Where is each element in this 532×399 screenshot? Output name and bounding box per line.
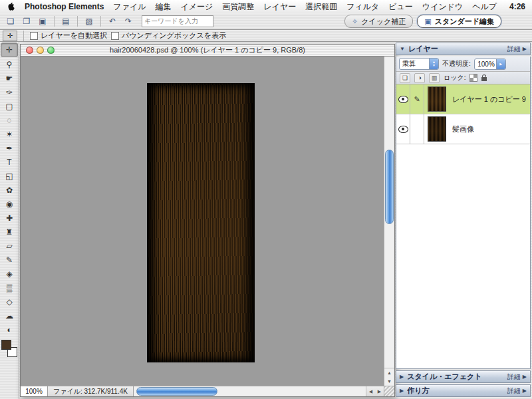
tool-hand[interactable]: ☛ — [1, 72, 17, 85]
tool-shape[interactable]: ◇ — [1, 295, 17, 309]
tool-healing-brush[interactable]: ✚ — [1, 211, 17, 225]
tool-zoom[interactable]: ⚲ — [1, 58, 17, 71]
opacity-stepper-icon[interactable]: ▶ — [496, 59, 505, 69]
window-resize-grip[interactable] — [384, 386, 394, 396]
scroll-left-arrow[interactable]: ◀ — [366, 386, 375, 396]
lock-transparency-button[interactable] — [469, 74, 477, 82]
auto-select-layer-checkbox[interactable]: レイヤーを自動選択 — [30, 31, 107, 41]
tool-paint-bucket[interactable]: ◈ — [1, 267, 17, 281]
visibility-cell[interactable] — [396, 84, 410, 114]
canvas-area[interactable]: ▲ ▼ — [21, 57, 394, 386]
app-menu[interactable]: Photoshop Elements — [25, 2, 104, 11]
minimize-button[interactable] — [37, 47, 44, 54]
document-title-bar[interactable]: hair20060428.psd @ 100% (レイヤー 1 のコピー 9, … — [21, 45, 394, 57]
vertical-scrollbar[interactable]: ▲ ▼ — [384, 57, 394, 386]
tool-cookie-cutter[interactable]: ✿ — [1, 184, 17, 197]
vertical-scrollbar-thumb[interactable] — [385, 150, 394, 224]
tool-sponge[interactable]: ◐ — [1, 323, 17, 336]
menu-filter[interactable]: フィルタ — [346, 1, 379, 13]
print-icon[interactable]: ▤ — [59, 15, 72, 27]
menu-edit[interactable]: 編集 — [155, 1, 171, 13]
scroll-up-arrow[interactable]: ▲ — [384, 368, 394, 377]
delete-layer-button[interactable]: ▥ — [429, 73, 440, 83]
hair-image-canvas[interactable] — [147, 83, 255, 362]
new-file-icon[interactable]: ❏ — [4, 15, 17, 27]
horizontal-scrollbar[interactable] — [134, 386, 366, 396]
tool-crop[interactable]: ◱ — [1, 170, 17, 183]
tool-eraser[interactable]: ▱ — [1, 239, 17, 253]
quick-fix-button[interactable]: ✧ クイック補正 — [344, 15, 413, 28]
tool-gradient[interactable]: ▒ — [1, 281, 17, 295]
tool-lasso[interactable]: ◌ — [1, 114, 17, 127]
adjustment-layer-button[interactable]: ◑ — [414, 73, 425, 83]
tool-magic-wand[interactable]: ✶ — [1, 128, 17, 141]
scroll-down-arrow[interactable]: ▼ — [384, 377, 394, 386]
photo-browser-icon[interactable]: ▧ — [82, 15, 96, 27]
tool-clone-stamp[interactable]: ♜ — [1, 225, 17, 239]
foreground-color-swatch[interactable] — [1, 340, 11, 350]
layer-name[interactable]: 髪画像 — [450, 114, 474, 144]
how-to-palette-header[interactable]: ▶ 作り方 詳細 ▶ — [396, 384, 531, 397]
horizontal-scrollbar-thumb[interactable] — [136, 387, 217, 396]
menu-select[interactable]: 選択範囲 — [305, 1, 337, 13]
keyword-search-input[interactable] — [142, 15, 213, 27]
layers-more-button[interactable]: 詳細 ▶ — [507, 45, 527, 54]
tool-move[interactable]: ✛ — [1, 43, 18, 57]
menu-layer[interactable]: レイヤー — [263, 1, 296, 13]
tool-red-eye[interactable]: ◉ — [1, 198, 17, 211]
blend-mode-select[interactable]: 乗算 ▲▼ — [399, 58, 439, 70]
show-bounding-box-checkbox[interactable]: バウンディングボックスを表示 — [111, 31, 226, 41]
horizontal-scroll-arrows: ◀ ▶ — [366, 386, 384, 396]
close-button[interactable] — [26, 47, 33, 54]
save-icon[interactable]: ▣ — [36, 15, 49, 27]
show-bounding-box-label: バウンディングボックスを表示 — [122, 31, 226, 41]
layers-palette-header[interactable]: ▼ レイヤー 詳細 ▶ — [396, 43, 531, 55]
menubar-clock[interactable]: 4:26 — [509, 2, 525, 11]
menu-enhance[interactable]: 画質調整 — [222, 1, 254, 13]
color-swatches — [1, 340, 17, 357]
styles-effects-palette-header[interactable]: ▶ スタイル・エフェクト 詳細 ▶ — [396, 370, 531, 383]
visibility-cell[interactable] — [396, 114, 410, 144]
disclosure-triangle-icon[interactable]: ▶ — [400, 374, 404, 380]
apple-menu-icon[interactable] — [7, 2, 15, 11]
current-tool-icon: ✛ — [3, 31, 17, 41]
menu-window[interactable]: ウインドウ — [422, 1, 463, 13]
tool-marquee[interactable]: ▢ — [1, 100, 17, 113]
layer-row-hair[interactable]: 髪画像 — [396, 114, 530, 144]
menu-view[interactable]: ビュー — [388, 1, 413, 13]
menu-image[interactable]: イメージ — [180, 1, 213, 13]
opacity-field[interactable]: 100% ▶ — [474, 59, 506, 70]
eye-icon[interactable] — [398, 126, 408, 133]
layer-row-copy9[interactable]: ✎ レイヤー 1 のコピー 9 — [396, 84, 530, 114]
layer-thumbnail[interactable] — [428, 116, 446, 142]
checkbox-box[interactable] — [30, 32, 38, 40]
menu-help[interactable]: ヘルプ — [472, 1, 497, 13]
tool-brush[interactable]: ✎ — [1, 253, 17, 267]
undo-icon[interactable]: ↶ — [106, 15, 119, 27]
layer-name[interactable]: レイヤー 1 のコピー 9 — [450, 84, 526, 114]
file-size-info: ファイル: 312.7K/911.4K — [48, 386, 134, 396]
disclosure-triangle-icon[interactable]: ▼ — [400, 46, 405, 52]
zoom-window-button[interactable] — [47, 47, 55, 54]
tool-blur[interactable]: ☁ — [1, 309, 17, 323]
menu-file[interactable]: ファイル — [113, 1, 146, 13]
how-to-more-button[interactable]: 詳細 ▶ — [507, 386, 527, 396]
shortcuts-bar: ❏ ❐ ▣ ▤ ▧ ↶ ↷ ✧ クイック補正 ▣ スタンダード編集 — [0, 13, 532, 30]
tool-selection-brush[interactable]: ✒ — [1, 142, 17, 155]
tool-eyedropper[interactable]: ✑ — [1, 86, 17, 99]
layer-thumbnail[interactable] — [428, 86, 446, 112]
zoom-level-field[interactable]: 100% — [21, 386, 48, 396]
more-arrow-icon: ▶ — [523, 388, 527, 394]
new-layer-button[interactable]: ❏ — [400, 73, 410, 83]
redo-icon[interactable]: ↷ — [122, 15, 135, 27]
open-file-icon[interactable]: ❐ — [20, 15, 33, 27]
lock-all-button[interactable] — [481, 77, 487, 81]
styles-effects-more-button[interactable]: 詳細 ▶ — [507, 372, 527, 382]
disclosure-triangle-icon[interactable]: ▶ — [400, 388, 404, 394]
checkbox-box[interactable] — [111, 32, 119, 40]
auto-select-layer-label: レイヤーを自動選択 — [41, 31, 107, 41]
eye-icon[interactable] — [398, 96, 408, 103]
scroll-right-arrow[interactable]: ▶ — [375, 386, 384, 396]
tool-type[interactable]: T — [1, 156, 17, 169]
standard-edit-button[interactable]: ▣ スタンダード編集 — [417, 15, 501, 28]
